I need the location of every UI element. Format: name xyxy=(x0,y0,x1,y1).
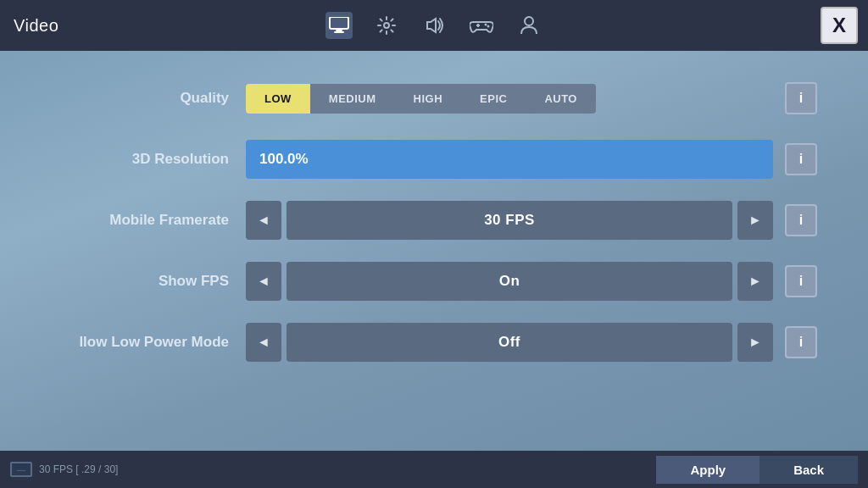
taskbar-icon[interactable]: — xyxy=(10,462,32,477)
page-title: Video xyxy=(14,16,58,36)
show-fps-control: ◄ On ► i xyxy=(246,262,817,301)
resolution-control: 100.0% i xyxy=(246,140,817,179)
framerate-prev-button[interactable]: ◄ xyxy=(246,201,281,240)
quality-buttons: LOW MEDIUM HIGH EPIC AUTO xyxy=(246,84,773,114)
quality-label: Quality xyxy=(51,90,246,107)
show-fps-info-button[interactable]: i xyxy=(785,265,817,297)
resolution-value: 100.0% xyxy=(259,151,309,168)
svg-point-7 xyxy=(485,24,487,26)
quality-row: Quality LOW MEDIUM HIGH EPIC AUTO i xyxy=(51,76,817,120)
nav-user-icon[interactable] xyxy=(515,12,542,39)
header-bar: Video xyxy=(0,0,868,51)
low-power-label: llow Low Power Mode xyxy=(51,334,246,351)
framerate-value: 30 FPS xyxy=(287,201,732,240)
close-button[interactable]: X xyxy=(821,7,858,44)
show-fps-label: Show FPS xyxy=(51,273,246,290)
footer-bar: — 30 FPS [ .29 / 30] Apply Back xyxy=(0,451,868,488)
framerate-next-button[interactable]: ► xyxy=(737,201,773,240)
resolution-label: 3D Resolution xyxy=(51,151,246,168)
quality-control: LOW MEDIUM HIGH EPIC AUTO i xyxy=(246,82,817,114)
nav-audio-icon[interactable] xyxy=(420,12,448,39)
back-button[interactable]: Back xyxy=(760,456,858,484)
fps-display: 30 FPS [ .29 / 30] xyxy=(39,463,118,475)
show-fps-prev-button[interactable]: ◄ xyxy=(246,262,281,301)
quality-high-button[interactable]: HIGH xyxy=(395,84,462,114)
show-fps-value: On xyxy=(287,262,732,301)
quality-low-button[interactable]: LOW xyxy=(246,84,310,114)
nav-icons xyxy=(326,12,542,39)
svg-marker-4 xyxy=(427,19,436,32)
apply-button[interactable]: Apply xyxy=(656,456,760,484)
low-power-info-button[interactable]: i xyxy=(785,326,817,358)
svg-rect-1 xyxy=(336,30,342,31)
settings-content: Quality LOW MEDIUM HIGH EPIC AUTO i 3D R… xyxy=(0,51,868,407)
svg-rect-2 xyxy=(334,31,344,33)
show-fps-row: Show FPS ◄ On ► i xyxy=(51,259,817,303)
quality-epic-button[interactable]: EPIC xyxy=(461,84,526,114)
low-power-prev-button[interactable]: ◄ xyxy=(246,323,281,362)
framerate-label: Mobile Framerate xyxy=(51,212,246,229)
nav-settings-icon[interactable] xyxy=(373,12,400,39)
low-power-value: Off xyxy=(287,323,732,362)
resolution-slider[interactable]: 100.0% xyxy=(246,140,773,179)
low-power-next-button[interactable]: ► xyxy=(737,323,773,362)
resolution-row: 3D Resolution 100.0% i xyxy=(51,137,817,181)
svg-point-8 xyxy=(487,25,490,28)
framerate-row: Mobile Framerate ◄ 30 FPS ► i xyxy=(51,198,817,242)
resolution-info-button[interactable]: i xyxy=(785,143,817,175)
svg-rect-0 xyxy=(330,17,348,29)
framerate-info-button[interactable]: i xyxy=(785,204,817,236)
low-power-control: ◄ Off ► i xyxy=(246,323,817,362)
quality-auto-button[interactable]: AUTO xyxy=(526,84,596,114)
low-power-row: llow Low Power Mode ◄ Off ► i xyxy=(51,320,817,364)
quality-medium-button[interactable]: MEDIUM xyxy=(310,84,395,114)
framerate-control: ◄ 30 FPS ► i xyxy=(246,201,817,240)
show-fps-next-button[interactable]: ► xyxy=(737,262,773,301)
quality-info-button[interactable]: i xyxy=(785,82,817,114)
footer-buttons: Apply Back xyxy=(656,456,858,484)
nav-monitor-icon[interactable] xyxy=(326,12,353,39)
svg-point-9 xyxy=(525,17,533,25)
svg-point-3 xyxy=(384,23,389,28)
nav-gamepad-icon[interactable] xyxy=(468,12,495,39)
